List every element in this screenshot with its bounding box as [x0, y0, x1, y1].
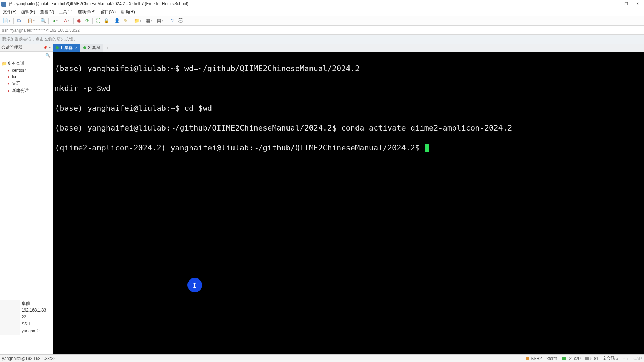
layout-button[interactable]: ▦ [144, 17, 154, 25]
tree-session-cluster[interactable]: ● 集群 [0, 80, 53, 87]
prop-val-user: yanghaifei [20, 328, 53, 335]
status-cap: CAP [633, 356, 642, 361]
prop-spacer [0, 335, 53, 354]
status-ssh: SSH2 [526, 356, 542, 361]
terminal-prompt-line: (qiime2-amplicon-2024.2) yanghaifei@liul… [55, 143, 642, 153]
toolbar-separator [24, 18, 24, 24]
session-manager-sidebar: 会话管理器 📌 ✕ 🔍 📁 所有会话 ● centos7 ● liu [0, 44, 53, 354]
prop-val-name: 集群 [20, 300, 53, 307]
menu-view[interactable]: 查看(V) [38, 8, 56, 16]
menu-edit[interactable]: 编辑(E) [19, 8, 37, 16]
status-nav: ↑ ↓ [623, 356, 628, 361]
sidebar-close-icon[interactable]: ✕ [48, 46, 51, 49]
next-button[interactable]: ↓ [627, 356, 629, 361]
toolbar-separator [92, 18, 93, 24]
tab-number: 1 [60, 45, 63, 50]
chevron-icon[interactable]: ▴ [616, 357, 618, 360]
tab-number: 2 [88, 45, 90, 50]
prev-button[interactable]: ↑ [623, 356, 625, 361]
tab-session-2[interactable]: 2 集群 [80, 44, 103, 52]
hint-text: 要添加当前会话，点击左侧的箭头按钮。 [2, 36, 77, 42]
app-icon [1, 2, 6, 7]
menu-tabs[interactable]: 选项卡(B) [76, 8, 98, 16]
menu-file[interactable]: 文件(F) [1, 8, 18, 16]
content-area: 1 集群 × 2 集群 + (base) yanghaifei@liulab:~… [53, 44, 644, 354]
chat-button[interactable]: 💬 [177, 17, 184, 25]
folder-button[interactable]: 📁 [132, 17, 143, 25]
prop-key [0, 300, 20, 307]
status-sess-label: 2 会话 [603, 355, 615, 361]
prop-row-user: yanghaifei [0, 328, 53, 335]
titlebar: 群 - yanghaifei@liulab: ~/github/QIIME2Ch… [0, 0, 644, 8]
tree-session-centos7[interactable]: ● centos7 [0, 67, 53, 73]
addressbar[interactable]: ssh://yanghaifei:********@192.168.1.33:2… [0, 26, 644, 35]
tree-label: liu [12, 74, 16, 79]
toolbar-separator [48, 18, 49, 24]
fullscreen-button[interactable]: ⛶ [94, 17, 102, 25]
mouse-highlight-marker: I [187, 278, 202, 292]
session-tree: 📁 所有会话 ● centos7 ● liu ● 集群 ● 新建会话 [0, 59, 53, 95]
terminal-line: (base) yanghaifei@liulab:~$ wd=~/github/… [55, 64, 642, 74]
help-button[interactable]: ? [168, 17, 176, 25]
new-session-button[interactable]: 📄 [1, 17, 12, 25]
terminal[interactable]: (base) yanghaifei@liulab:~$ wd=~/github/… [53, 52, 644, 354]
tab-label: 集群 [92, 45, 100, 51]
menu-help[interactable]: 帮助(H) [118, 8, 137, 16]
prop-key [0, 328, 20, 335]
prop-key [0, 321, 20, 328]
size-icon [562, 357, 566, 360]
prop-val-port: 22 [20, 314, 53, 321]
open-button[interactable]: ⧉ [15, 17, 23, 25]
tree-label: 新建会话 [12, 88, 29, 94]
reconnect-button[interactable]: ● [50, 17, 61, 25]
tree-session-new[interactable]: ● 新建会话 [0, 87, 53, 94]
toolbar-separator [112, 18, 112, 24]
status-pos: 5,81 [585, 356, 598, 361]
text-button[interactable]: A [61, 17, 72, 25]
terminal-line: (base) yanghaifei@liulab:~$ cd $wd [55, 103, 642, 113]
status-term-label: xterm [547, 356, 557, 361]
menu-window[interactable]: 窗口(W) [99, 8, 118, 16]
pin-icon[interactable]: 📌 [43, 46, 47, 49]
status-ssh-label: SSH2 [531, 356, 542, 361]
tree-label: centos7 [12, 68, 26, 73]
status-term: xterm [547, 356, 557, 361]
toolbar-separator [13, 18, 14, 24]
maximize-button[interactable]: ☐ [621, 1, 631, 8]
find-button[interactable]: 🔍 [39, 17, 47, 25]
new-tab-button[interactable]: + [104, 45, 111, 52]
tree-folder-all[interactable]: 📁 所有会话 [0, 60, 53, 67]
sidebar-header: 会话管理器 📌 ✕ [0, 44, 53, 52]
tab-close-icon[interactable]: × [75, 46, 77, 50]
stop-button[interactable]: ◉ [75, 17, 83, 25]
minimize-button[interactable]: — [610, 1, 620, 8]
lock-button[interactable]: 🔒 [102, 17, 110, 25]
copy-button[interactable]: 📋 [26, 17, 36, 25]
toolbar-separator [73, 18, 74, 24]
menu-tools[interactable]: 工具(T) [57, 8, 75, 16]
sidebar-search[interactable]: 🔍 [0, 52, 53, 59]
status-size-label: 121x29 [567, 356, 581, 361]
sidebar-title: 会话管理器 [1, 45, 22, 50]
view-button[interactable]: ▤ [155, 17, 165, 25]
status-dot-icon [83, 46, 86, 49]
tab-session-1[interactable]: 1 集群 × [53, 44, 80, 52]
highlight-button[interactable]: ✎ [122, 17, 129, 25]
prop-key [0, 314, 20, 321]
session-icon: ● [6, 89, 10, 93]
status-dot-icon [56, 46, 59, 49]
toolbar-separator [131, 18, 131, 24]
statusbar: yanghaifei@192.168.1.33:22 SSH2 xterm 12… [0, 354, 644, 362]
tree-session-liu[interactable]: ● liu [0, 73, 53, 80]
close-button[interactable]: ✕ [632, 1, 643, 8]
prop-row-name: 集群 [0, 300, 53, 307]
prop-key [0, 307, 20, 314]
address-text: ssh://yanghaifei:********@192.168.1.33:2… [2, 28, 80, 33]
user-button[interactable]: 👤 [113, 17, 121, 25]
prop-row-protocol: SSH [0, 321, 53, 328]
toolbar-separator [38, 18, 38, 24]
session-icon: ● [6, 81, 10, 86]
marker-label: I [193, 282, 197, 289]
session-icon: ● [6, 74, 10, 79]
refresh-button[interactable]: ⟳ [83, 17, 91, 25]
